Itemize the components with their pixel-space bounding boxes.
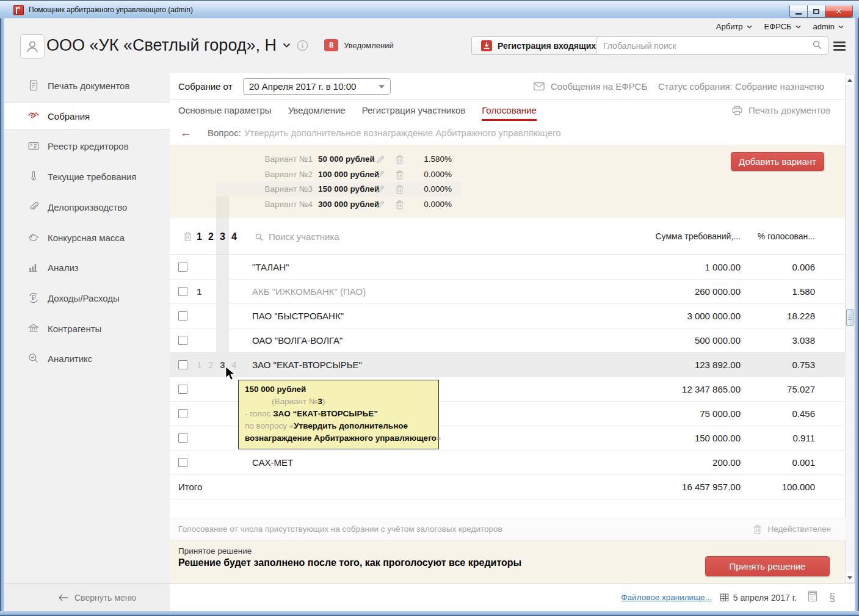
tab-notification[interactable]: Уведомление [288, 100, 346, 121]
user-menu: АрбитрЕФРСБadmin [716, 22, 844, 31]
participant-row[interactable]: ОАО "ВОЛГА-ВОЛГА"500 000.003.038 [170, 328, 846, 353]
participant-sum: 1 000.00 [597, 255, 741, 280]
tooltip-segment: по вопросу « [245, 421, 294, 430]
analytics-icon [27, 352, 40, 364]
row-checkbox[interactable] [178, 287, 187, 296]
top-menu-label: admin [813, 22, 835, 31]
row-checkbox[interactable] [178, 336, 187, 345]
variant-label: Вариант №3 [231, 182, 313, 197]
top-menu-item[interactable]: admin [813, 22, 844, 31]
scrollbar-thumb[interactable] [846, 309, 854, 326]
arrow-left-icon [58, 594, 68, 601]
participant-percent: 0.001 [742, 451, 815, 475]
notifications-badge[interactable]: 8 [324, 39, 338, 51]
edit-variant-icon[interactable] [375, 170, 385, 179]
print-documents-link[interactable]: Печать документов [731, 100, 830, 121]
close-button[interactable]: ✕ [825, 5, 853, 18]
sidebar-item[interactable]: Доходы/Расходы [4, 284, 170, 311]
mouse-cursor [223, 366, 237, 385]
vote-column-header[interactable]: 2 [206, 218, 216, 255]
participant-percent: 0.006 [742, 255, 815, 280]
sidebar-item[interactable]: Делопроизводство [4, 194, 170, 220]
edit-variant-icon[interactable] [375, 154, 385, 164]
bank-icon [27, 322, 40, 335]
row-checkbox[interactable] [178, 263, 187, 272]
calculator-icon[interactable] [808, 590, 817, 604]
arrow-up-icon [847, 79, 852, 82]
edit-variant-icon[interactable] [375, 200, 385, 209]
scroll-down-button[interactable] [846, 573, 854, 582]
sidebar-item-label: Делопроизводство [48, 202, 127, 212]
sidebar-footer: Свернуть меню [4, 583, 170, 611]
participant-percent: 75.027 [742, 377, 815, 402]
window-titlebar[interactable]: Помощник арбитражного управляющего (admi… [0, 0, 859, 18]
avatar[interactable] [20, 34, 45, 59]
row-checkbox[interactable] [178, 433, 187, 443]
edit-variant-icon[interactable] [375, 184, 385, 194]
variant-percent: 0.000% [402, 182, 452, 197]
back-arrow[interactable]: ← [180, 121, 192, 145]
sidebar-item-label: Контрагенты [48, 324, 101, 334]
sidebar-item[interactable]: Контрагенты [4, 315, 170, 342]
scroll-up-button[interactable] [846, 75, 854, 85]
chevron-down-icon[interactable] [283, 43, 291, 48]
legal-section-icon[interactable]: § [829, 591, 835, 604]
sidebar-item[interactable]: Анализ [4, 254, 170, 281]
current-date[interactable]: 5 апреля 2017 г. [720, 593, 797, 603]
info-icon[interactable] [297, 40, 308, 51]
company-selector[interactable]: ООО «УК «Светлый город», Н [46, 33, 308, 57]
tab-voting[interactable]: Голосование [482, 100, 537, 121]
participant-row[interactable]: "ТАЛАН"1 000.000.006 [170, 255, 846, 280]
efrsb-messages-link[interactable]: Сообщения на ЕФРСБ [534, 73, 647, 99]
vote-number[interactable]: 1 [194, 353, 205, 377]
vote-column-header[interactable]: 4 [229, 218, 239, 255]
vote-column-header[interactable]: 3 [217, 218, 228, 255]
invalidate-button[interactable]: Недействителен [753, 518, 831, 540]
participant-search-input[interactable]: Поиск участника [269, 218, 339, 255]
sidebar-item[interactable]: Собрания [4, 103, 170, 129]
menu-icon[interactable] [833, 42, 846, 53]
window-border-left [0, 18, 4, 612]
row-checkbox[interactable] [178, 385, 187, 394]
accept-decision-button[interactable]: Принять решение [705, 556, 830, 576]
sidebar-item[interactable]: Реестр кредиторов [4, 132, 170, 159]
participant-row[interactable]: 1234ЗАО "ЕКАТ-ВТОРСЫРЬЕ"123 892.000.753 [170, 353, 846, 377]
sidebar-item[interactable]: Аналитикс [4, 345, 170, 372]
tab-main-params[interactable]: Основные параметры [178, 100, 272, 121]
top-menu-item[interactable]: Арбитр [716, 22, 752, 31]
vote-column-header[interactable]: 1 [194, 218, 205, 255]
meeting-date-select[interactable]: 20 Апреля 2017 г. в 10:00 [243, 78, 391, 95]
participant-row[interactable]: ПАО "БЫСТРОБАНК"3 000 000.0018.228 [170, 304, 846, 328]
minimize-button[interactable] [789, 5, 808, 18]
edit-icon [375, 184, 385, 194]
add-variant-button[interactable]: Добавить вариант [731, 152, 824, 171]
sidebar-item-label: Аналитикс [48, 353, 92, 364]
row-checkbox[interactable] [178, 409, 187, 418]
sidebar-item[interactable]: Конкурсная масса [4, 224, 170, 251]
row-checkbox[interactable] [178, 458, 187, 467]
maximize-button[interactable] [807, 5, 825, 18]
collapse-menu-button[interactable]: Свернуть меню [58, 593, 136, 603]
participant-search-icon [255, 233, 263, 241]
participant-sum: 500 000.00 [597, 328, 741, 353]
participant-row[interactable]: САХ-МЕТ200.000.001 [170, 451, 846, 475]
top-menu-item[interactable]: ЕФРСБ [764, 22, 801, 31]
global-search-input[interactable]: Глобальный поиск [596, 36, 828, 55]
participant-row[interactable]: 1АКБ "ИЖКОМБАНК" (ПАО)260 000.001.580 [170, 280, 846, 304]
column-header-percent[interactable]: % голосован... [742, 218, 815, 255]
delete-selected-icon[interactable] [183, 231, 192, 242]
vertical-scrollbar[interactable] [845, 74, 855, 583]
search-icon[interactable] [812, 40, 822, 52]
tab-registration[interactable]: Регистрация участников [362, 100, 466, 121]
vote-number[interactable]: 1 [194, 280, 205, 304]
variant-row: Вариант №3150 000 рублей0.000% [170, 182, 846, 197]
vote-number[interactable]: 2 [206, 353, 216, 377]
row-checkbox[interactable] [178, 360, 187, 369]
row-checkbox[interactable] [178, 311, 187, 321]
register-incoming-button[interactable]: Регистрация входящих [471, 36, 606, 55]
column-header-sum[interactable]: Сумма требований,... [597, 218, 741, 255]
sidebar-item[interactable]: Текущие требования [4, 163, 170, 190]
file-storage-link[interactable]: Файловое хранилище... [621, 593, 712, 602]
sidebar-item[interactable]: Печать документов [4, 72, 170, 99]
notifications[interactable]: 8 Уведомлений [324, 39, 394, 51]
